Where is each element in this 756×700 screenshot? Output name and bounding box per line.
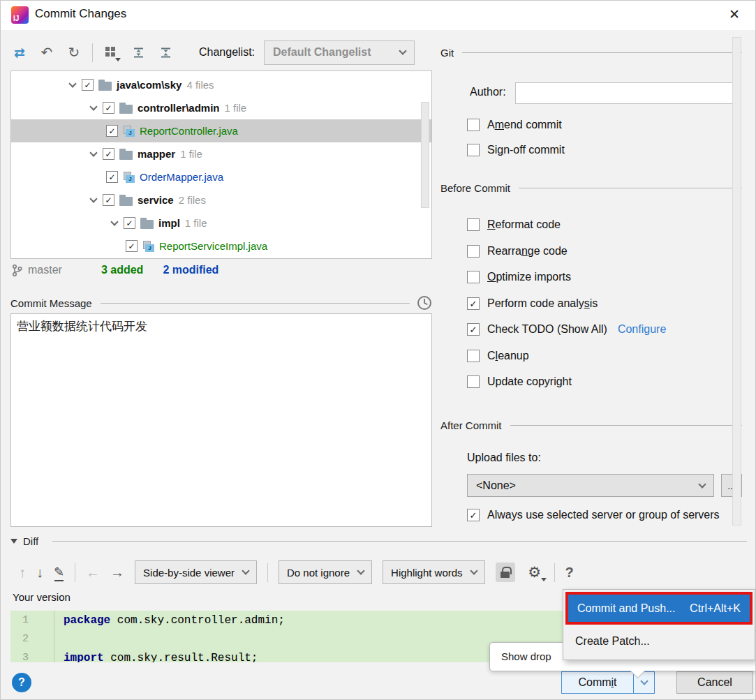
folder-icon	[98, 82, 112, 91]
intellij-logo-icon: IJ	[11, 6, 29, 24]
signoff-commit-option[interactable]: Sign-off commit	[467, 140, 565, 161]
checkbox[interactable]	[467, 218, 480, 231]
changelist-value: Default Changelist	[273, 46, 371, 59]
before-commit-section-header: Before Commit	[440, 182, 742, 194]
checkbox[interactable]: ✓	[467, 297, 480, 310]
modified-count: 2 modified	[163, 264, 218, 276]
author-label: Author:	[470, 86, 506, 98]
checkbox[interactable]	[467, 245, 480, 258]
lock-icon	[501, 572, 510, 578]
highlight-mode-select[interactable]: Highlight words	[383, 560, 485, 584]
checkbox[interactable]: ✓	[467, 323, 480, 336]
chevron-down-icon	[399, 47, 406, 54]
expand-all-icon[interactable]	[129, 43, 147, 61]
git-section-header: Git	[440, 47, 742, 59]
tree-row-folder[interactable]: ✓ impl 1 file	[11, 211, 431, 234]
checkbox[interactable]: ✓	[467, 509, 480, 521]
collapse-all-icon[interactable]	[156, 43, 175, 61]
chevron-down-icon	[242, 567, 249, 574]
menu-item-commit-and-push[interactable]: Commit and Push... Ctrl+Alt+K	[568, 595, 750, 622]
changed-files-tree: ✓ java\com\sky 4 files ✓ controller\admi…	[10, 70, 432, 259]
diff-settings-button[interactable]: ⚙	[526, 563, 544, 582]
diff-toolbar: ↑ ↓ ✎ ← → Side-by-side viewer Do not ign…	[19, 558, 574, 587]
added-count: 3 added	[101, 264, 143, 276]
commit-message-input[interactable]: 营业额数据统计代码开发	[10, 313, 432, 527]
checkbox[interactable]	[467, 144, 480, 156]
whitespace-mode-select[interactable]: Do not ignore	[279, 560, 372, 584]
menu-item-create-patch[interactable]: Create Patch...	[563, 625, 755, 658]
help-button[interactable]: ?	[12, 673, 31, 692]
chevron-down-icon[interactable]	[68, 80, 76, 87]
chevron-down-icon[interactable]	[89, 149, 97, 156]
check-todo-option[interactable]: ✓ Check TODO (Show All) Configure	[467, 319, 666, 340]
next-file-icon[interactable]: →	[110, 565, 124, 581]
cancel-button[interactable]: Cancel	[676, 671, 753, 694]
disable-editing-toggle[interactable]	[496, 563, 515, 582]
checkbox[interactable]	[467, 350, 480, 362]
configure-link[interactable]: Configure	[618, 323, 666, 336]
tree-row-folder[interactable]: ✓ controller\admin 1 file	[11, 96, 431, 119]
folder-icon	[119, 197, 133, 206]
java-file-icon: J	[123, 126, 135, 137]
rearrange-code-option[interactable]: Rearrange code	[467, 241, 568, 262]
message-history-icon[interactable]	[417, 295, 432, 311]
checkbox[interactable]: ✓	[124, 217, 135, 229]
commit-dropdown-menu: Commit and Push... Ctrl+Alt+K Create Pat…	[563, 589, 755, 660]
tree-row-folder[interactable]: ✓ java\com\sky 4 files	[11, 73, 431, 96]
tree-scrollbar[interactable]	[421, 102, 429, 208]
tree-row-folder[interactable]: ✓ mapper 1 file	[11, 142, 431, 165]
checkbox[interactable]: ✓	[82, 79, 94, 91]
branch-name: master	[28, 264, 62, 276]
amend-commit-option[interactable]: Amend commit	[467, 114, 562, 135]
checkbox[interactable]: ✓	[103, 102, 114, 114]
viewer-mode-select[interactable]: Side-by-side viewer	[135, 560, 257, 584]
checkbox[interactable]: ✓	[106, 125, 118, 137]
group-by-icon[interactable]	[102, 43, 120, 61]
checkbox[interactable]: ✓	[106, 171, 118, 183]
tree-row-file[interactable]: ✓ J ReportServiceImpl.java	[11, 234, 431, 258]
annotation-red-box: Commit and Push... Ctrl+Alt+K	[565, 592, 753, 625]
chevron-down-icon[interactable]	[89, 103, 97, 110]
perform-code-analysis-option[interactable]: ✓ Perform code analysis	[467, 293, 598, 314]
chevron-down-icon[interactable]	[89, 195, 97, 202]
checkbox[interactable]	[467, 271, 480, 283]
commit-button[interactable]: Commit	[561, 671, 634, 694]
rollback-icon[interactable]: ↶	[38, 43, 56, 61]
checkbox[interactable]	[467, 375, 480, 388]
gear-icon: ⚙	[528, 564, 541, 581]
always-use-server-option[interactable]: ✓ Always use selected server or group of…	[467, 505, 720, 526]
upload-server-select[interactable]: <None>	[467, 474, 714, 497]
next-change-icon[interactable]: ↓	[36, 565, 43, 581]
chevron-down-icon	[640, 677, 648, 685]
java-file-icon: J	[123, 172, 135, 183]
git-branch-icon	[12, 264, 22, 277]
reformat-code-option[interactable]: Reformat code	[467, 214, 561, 235]
checkbox[interactable]: ✓	[103, 194, 114, 206]
close-icon[interactable]: ✕	[725, 6, 743, 22]
author-input[interactable]	[515, 82, 740, 104]
previous-file-icon[interactable]: ←	[86, 565, 100, 581]
tree-row-folder[interactable]: ✓ service 2 files	[11, 188, 431, 211]
diff-help-icon[interactable]: ?	[565, 565, 574, 581]
changelist-select[interactable]: Default Changelist	[264, 40, 415, 65]
checkbox[interactable]: ✓	[103, 148, 114, 160]
optimize-imports-option[interactable]: Optimize imports	[467, 267, 571, 288]
chevron-down-icon[interactable]	[110, 218, 118, 225]
chevron-down-icon	[357, 567, 364, 574]
right-panel-scrollbar[interactable]	[732, 37, 741, 526]
jump-to-source-icon[interactable]: ✎	[54, 565, 64, 580]
move-to-changelist-icon[interactable]: ⇄	[10, 43, 29, 61]
commit-changes-dialog: IJ Commit Changes ✕ ⇄ ↶ ↻ Changelist: De…	[0, 0, 756, 700]
cleanup-option[interactable]: Cleanup	[467, 345, 529, 366]
collapse-triangle-icon[interactable]	[10, 539, 17, 544]
title-bar: IJ Commit Changes ✕	[1, 1, 755, 30]
folder-icon	[140, 220, 154, 229]
checkbox[interactable]: ✓	[126, 240, 138, 252]
tree-row-file[interactable]: ✓ J OrderMapper.java	[11, 165, 431, 188]
update-copyright-option[interactable]: Update copyright	[467, 371, 572, 392]
tree-row-file-selected[interactable]: ✓ J ReportController.java	[11, 119, 431, 142]
diff-section-header[interactable]: Diff	[10, 535, 747, 547]
refresh-icon[interactable]: ↻	[65, 43, 83, 61]
checkbox[interactable]	[467, 119, 480, 131]
previous-change-icon[interactable]: ↑	[19, 565, 26, 581]
